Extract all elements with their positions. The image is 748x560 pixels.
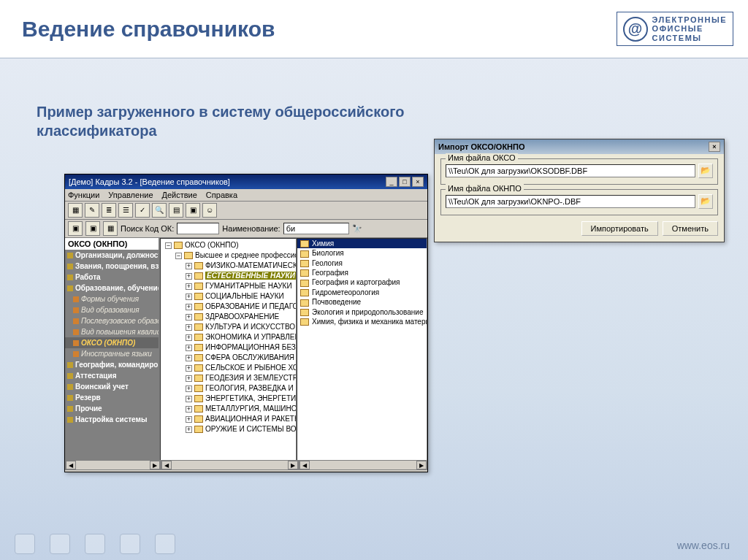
tree-node[interactable]: +ГЕОЛОГИЯ, РАЗВЕДКА И РАЗРА (162, 383, 294, 394)
list-item[interactable]: Геология (297, 258, 427, 268)
dialog-titlebar[interactable]: Импорт ОКСО/ОКНПО × (435, 139, 724, 154)
expand-icon[interactable]: + (186, 386, 192, 392)
nav-item[interactable]: Организации, должности (65, 250, 159, 261)
browse-button[interactable]: 📂 (698, 194, 713, 209)
nav-item[interactable]: Звания, поощрения, взыска (65, 261, 159, 272)
menu-action[interactable]: Действие (162, 191, 197, 199)
toolbar-btn[interactable]: ▤ (169, 203, 183, 218)
list-item[interactable]: География (297, 268, 427, 277)
expand-icon[interactable]: + (186, 334, 192, 341)
tree-node[interactable]: +ФИЗИКО-МАТЕМАТИЧЕСКИЕ НАУ (162, 261, 294, 271)
dialog-close-button[interactable]: × (709, 142, 720, 152)
expand-icon[interactable]: + (186, 365, 192, 372)
toolbar-btn[interactable]: 🔍 (152, 203, 167, 218)
toolbar-btn[interactable]: ▦ (103, 221, 118, 236)
expand-icon[interactable]: + (186, 314, 192, 321)
tree-node[interactable]: +ОРУЖИЕ И СИСТЕМЫ ВООРУЖЕ (162, 424, 294, 434)
search-code-input[interactable] (177, 223, 219, 234)
expand-icon[interactable]: + (186, 426, 192, 433)
collapse-icon[interactable]: − (165, 242, 172, 249)
expand-icon[interactable]: + (186, 263, 192, 269)
tree-node[interactable]: +ГЕОДЕЗИЯ И ЗЕМЛЕУСТРОЙСТВ (162, 373, 294, 383)
binoculars-icon[interactable]: 🔭 (352, 224, 362, 234)
nav-item[interactable]: Формы обучения (65, 294, 159, 304)
folder-icon (194, 344, 203, 351)
list-item[interactable]: Химия (297, 239, 427, 248)
expand-icon[interactable]: + (186, 283, 192, 290)
tree-node[interactable]: +СФЕРА ОБСЛУЖИВАНИЯ (162, 353, 294, 363)
toolbar-btn[interactable]: ☺ (202, 203, 217, 218)
tree-node[interactable]: +АВИАЦИОННАЯ И РАКЕТНО-КОС (162, 414, 294, 424)
tree-node[interactable]: +ИНФОРМАЦИОННАЯ БЕЗОПАСН (162, 342, 294, 353)
nav-item[interactable]: Образование, обучение (65, 283, 159, 294)
tree-node[interactable]: +ЗДРАВООХРАНЕНИЕ (162, 312, 294, 322)
list-item[interactable]: Биология (297, 248, 427, 258)
nav-item[interactable]: Иностранные языки (65, 348, 159, 359)
nav-item[interactable]: ОКСО (ОКНПО) (65, 337, 159, 348)
list-item[interactable]: География и картография (297, 277, 427, 287)
scrollbar-tree[interactable]: ◀▶ (161, 460, 299, 470)
tree-node[interactable]: +ЭКОНОМИКА И УПРАВЛЕНИЕ (162, 332, 294, 342)
tree-node[interactable]: +СЕЛЬСКОЕ И РЫБНОЕ ХОЗЯЙСТВ (162, 363, 294, 373)
expand-icon[interactable]: + (186, 375, 192, 382)
list-item[interactable]: Почвоведение (297, 297, 427, 307)
okso-file-input[interactable] (446, 164, 695, 177)
tree-root[interactable]: −ОКСО (ОКНПО) (162, 240, 294, 250)
toolbar-btn[interactable]: ✓ (135, 203, 150, 218)
browse-button[interactable]: 📂 (698, 164, 713, 178)
nav-item[interactable]: Вид повышения квалифи (65, 326, 159, 337)
nav-item[interactable]: Работа (65, 272, 159, 283)
toolbar-btn[interactable]: ≣ (102, 203, 116, 218)
toolbar-btn[interactable]: ☰ (118, 203, 133, 218)
nav-item[interactable]: Аттестация (65, 370, 159, 381)
toolbar-btn[interactable]: ▣ (85, 221, 100, 236)
oknpo-file-input[interactable] (446, 195, 695, 208)
cancel-button[interactable]: Отменить (663, 221, 718, 236)
expand-icon[interactable]: + (186, 324, 192, 331)
expand-icon[interactable]: + (186, 345, 192, 351)
expand-icon[interactable]: + (186, 416, 192, 423)
list-item[interactable]: Химия, физика и механика материалов (297, 317, 427, 326)
tree-node[interactable]: +КУЛЬТУРА И ИСКУССТВО (162, 322, 294, 332)
collapse-icon[interactable]: − (175, 253, 182, 259)
nav-item[interactable]: Послевузовское образо (65, 315, 159, 326)
toolbar-btn[interactable]: ▣ (68, 221, 83, 236)
tree-node[interactable]: +ОБРАЗОВАНИЕ И ПЕДАГОГИКА (162, 302, 294, 312)
nav-item[interactable]: Резерв (65, 392, 159, 403)
titlebar[interactable]: [Демо] Кадры 3.2 - [Ведение справочников… (65, 174, 427, 189)
toolbar-btn[interactable]: ✎ (85, 203, 99, 218)
import-button[interactable]: Импортировать (581, 221, 658, 236)
minimize-button[interactable]: _ (386, 177, 397, 187)
expand-icon[interactable]: + (186, 304, 192, 310)
name-input[interactable] (283, 223, 349, 234)
nav-item[interactable]: Прочие (65, 403, 159, 414)
scrollbar-nav[interactable]: ◀▶ (65, 460, 161, 470)
expand-icon[interactable]: + (186, 273, 192, 280)
expand-icon[interactable]: + (186, 355, 192, 361)
expand-icon[interactable]: + (186, 396, 192, 402)
toolbar-btn[interactable]: ▣ (186, 203, 200, 218)
folder-icon (300, 280, 309, 287)
search-code-label: Поиск Код ОК: (121, 224, 174, 233)
expand-icon[interactable]: + (186, 294, 192, 300)
tree-branch[interactable]: −Высшее и среднее профессиональ (162, 250, 294, 261)
toolbar-btn[interactable]: ▦ (68, 203, 83, 218)
menu-management[interactable]: Управление (108, 191, 153, 199)
tree-node[interactable]: +МЕТАЛЛУРГИЯ, МАШИНОСТРОЕ (162, 404, 294, 414)
maximize-button[interactable]: □ (399, 177, 411, 187)
close-button[interactable]: × (412, 177, 424, 187)
tree-node[interactable]: +ГУМАНИТАРНЫЕ НАУКИ (162, 281, 294, 291)
tree-node[interactable]: +ЕСТЕСТВЕННЫЕ НАУКИ (162, 271, 294, 281)
list-item[interactable]: Экология и природопользование (297, 307, 427, 317)
nav-item[interactable]: Настройка системы (65, 414, 159, 425)
scrollbar-detail[interactable]: ◀▶ (299, 460, 427, 470)
menu-functions[interactable]: Функции (68, 191, 99, 199)
nav-item[interactable]: Воинский учет (65, 381, 159, 392)
menu-help[interactable]: Справка (206, 191, 237, 199)
tree-node[interactable]: +ЭНЕРГЕТИКА, ЭНЕРГЕТИЧЕСКОЕ (162, 394, 294, 404)
nav-item[interactable]: Вид образования (65, 304, 159, 315)
list-item[interactable]: Гидрометеорология (297, 288, 427, 297)
expand-icon[interactable]: + (186, 406, 192, 413)
nav-item[interactable]: География, командировки (65, 359, 159, 370)
tree-node[interactable]: +СОЦИАЛЬНЫЕ НАУКИ (162, 291, 294, 302)
